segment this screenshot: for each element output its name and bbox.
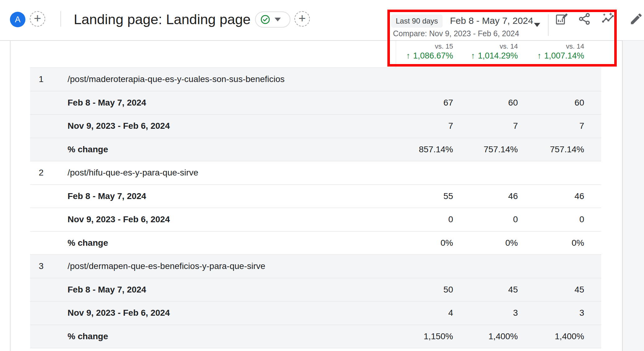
- metric-value: 60: [524, 98, 601, 108]
- totals-vs-label: vs. 15: [435, 42, 453, 50]
- table-row: 3 /post/dermapen-que-es-beneficios-y-par…: [30, 254, 601, 278]
- content-left-border: [10, 41, 11, 351]
- period-label: Feb 8 - May 7, 2024: [68, 98, 396, 108]
- metric-value: 757.14%: [459, 145, 524, 154]
- metric-value: 0: [524, 214, 601, 224]
- compare-date-range-text: Compare: Nov 9, 2023 - Feb 6, 2024: [393, 28, 519, 38]
- up-arrow-icon: ↑: [406, 51, 410, 60]
- period-label: % change: [68, 332, 396, 341]
- insights-button[interactable]: [601, 12, 615, 26]
- metric-value: 7: [459, 121, 524, 131]
- metric-value: 7: [524, 121, 601, 131]
- insights-icon: [601, 12, 615, 26]
- up-arrow-icon: ↑: [537, 51, 541, 60]
- checkmark-dropdown-button[interactable]: [255, 11, 290, 28]
- period-label: Nov 9, 2023 - Feb 6, 2024: [68, 121, 396, 131]
- add-comparison-button[interactable]: +: [30, 11, 45, 27]
- metric-value: 857.14%: [396, 145, 459, 154]
- metric-value: 1,150%: [396, 332, 459, 341]
- metric-value: 60: [459, 98, 524, 108]
- avatar[interactable]: A: [10, 12, 25, 27]
- table-row: 2 /post/hifu-que-es-y-para-que-sirve: [30, 161, 601, 184]
- table-row: Nov 9, 2023 - Feb 6, 2024 7 7 7: [30, 114, 601, 138]
- metric-value: 50: [396, 285, 459, 295]
- period-label: Nov 9, 2023 - Feb 6, 2024: [68, 214, 396, 224]
- table-row: Nov 9, 2023 - Feb 6, 2024 0 0 0: [30, 208, 601, 231]
- metric-value: 0: [396, 214, 459, 224]
- period-label: Nov 9, 2023 - Feb 6, 2024: [68, 308, 396, 318]
- chevron-down-icon: [534, 23, 540, 27]
- period-label: % change: [68, 145, 396, 154]
- edit-button[interactable]: [629, 12, 643, 26]
- chevron-down-icon: [275, 18, 281, 21]
- metric-value: 45: [459, 285, 524, 295]
- metric-value: 3: [524, 308, 601, 318]
- metric-value: 67: [396, 98, 459, 108]
- metric-value: 0%: [459, 238, 524, 248]
- header-divider: [60, 11, 61, 27]
- plus-icon: +: [34, 12, 41, 24]
- metric-value: 3: [459, 308, 524, 318]
- period-label: Feb 8 - May 7, 2024: [68, 191, 396, 201]
- toolbar-divider: [548, 14, 549, 36]
- row-index: 3: [30, 261, 68, 271]
- ga4-report-page: { "header": { "avatar_letter": "A", "plu…: [0, 0, 644, 351]
- date-preset-badge: Last 90 days: [391, 15, 443, 28]
- table-row: Feb 8 - May 7, 2024 50 45 45: [30, 278, 601, 301]
- metric-value: 55: [396, 191, 459, 201]
- totals-change-value: ↑1,007.14%: [537, 51, 584, 61]
- totals-vs-label: vs. 14: [500, 42, 518, 50]
- period-label: % change: [68, 238, 396, 248]
- totals-change-value: ↑1,086.67%: [406, 51, 453, 61]
- totals-vs-label: vs. 14: [566, 42, 584, 50]
- scrollbar-track[interactable]: [622, 41, 644, 351]
- metric-value: 7: [396, 121, 459, 131]
- check-circle-icon: [260, 14, 271, 25]
- header-bottom-border: [0, 40, 644, 41]
- metric-value: 1,400%: [524, 332, 601, 341]
- metric-value: 1,400%: [459, 332, 524, 341]
- table-row: 1 /post/maderoterapia-que-es-y-cuales-so…: [30, 67, 601, 91]
- add-button[interactable]: +: [294, 11, 310, 27]
- metric-value: 0%: [396, 238, 459, 248]
- metric-value: 4: [396, 308, 459, 318]
- share-icon: [577, 12, 592, 26]
- row-index: 2: [30, 168, 68, 178]
- metric-value: 0%: [524, 238, 601, 248]
- period-label: Feb 8 - May 7, 2024: [68, 285, 396, 295]
- landing-pages-table: 1 /post/maderoterapia-que-es-y-cuales-so…: [30, 67, 601, 351]
- table-row: Feb 8 - May 7, 2024 67 60 60: [30, 91, 601, 115]
- landing-page-path: /post/maderoterapia-que-es-y-cuales-son-…: [68, 74, 396, 84]
- row-index: 1: [30, 74, 68, 84]
- table-row: [30, 348, 601, 351]
- customize-report-button[interactable]: [554, 12, 569, 26]
- table-row: Feb 8 - May 7, 2024 55 46 46: [30, 184, 601, 208]
- customize-report-icon: [554, 12, 569, 26]
- totals-change-value: ↑1,014.29%: [471, 51, 518, 61]
- avatar-letter: A: [15, 15, 20, 24]
- date-range-picker[interactable]: Last 90 days Feb 8 - May 7, 2024 Compare…: [389, 12, 544, 39]
- table-row: % change 0% 0% 0%: [30, 231, 601, 255]
- up-arrow-icon: ↑: [471, 51, 475, 60]
- metric-value: 757.14%: [524, 145, 601, 154]
- metric-value: 45: [524, 285, 601, 295]
- metric-value: 46: [459, 191, 524, 201]
- date-range-text: Feb 8 - May 7, 2024: [450, 14, 533, 28]
- metric-value: 0: [459, 214, 524, 224]
- metric-value: 46: [524, 191, 601, 201]
- table-row: % change 1,150% 1,400% 1,400%: [30, 325, 601, 348]
- table-row: Nov 9, 2023 - Feb 6, 2024 4 3 3: [30, 301, 601, 325]
- edit-pencil-icon: [629, 12, 643, 26]
- landing-page-path: /post/hifu-que-es-y-para-que-sirve: [68, 168, 396, 178]
- share-button[interactable]: [577, 12, 592, 26]
- table-row: % change 857.14% 757.14% 757.14%: [30, 138, 601, 161]
- landing-page-path: /post/dermapen-que-es-beneficios-y-para-…: [68, 261, 396, 271]
- plus-icon: +: [298, 12, 306, 24]
- page-title: Landing page: Landing page: [74, 11, 251, 28]
